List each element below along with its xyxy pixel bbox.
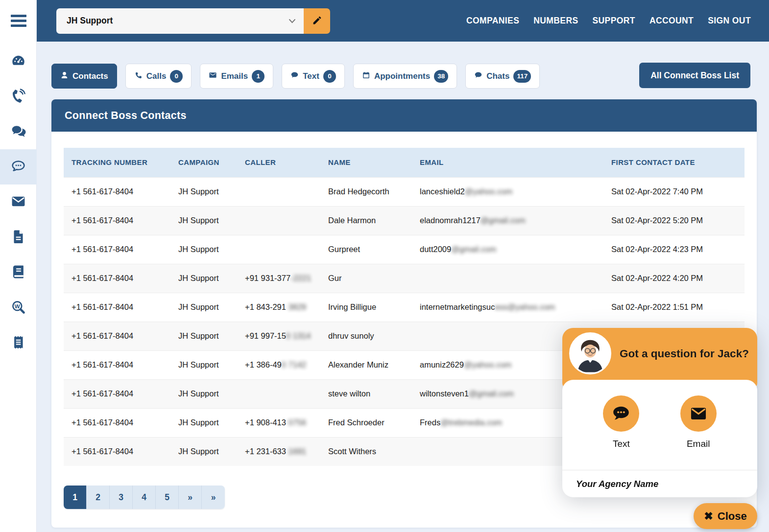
cell-name: Fred Schroeder	[320, 408, 412, 437]
column-header-campaign: CAMPAIGN	[170, 148, 237, 177]
sidebar-item-dashboard[interactable]	[0, 44, 37, 79]
email-action-label: Email	[687, 439, 710, 449]
sidebar-item-text-messages[interactable]	[0, 149, 37, 185]
cell-caller	[237, 235, 320, 264]
tabs-row: Contacts Calls 0 Emails 1 Text 0 Appoint…	[51, 64, 540, 89]
nav-link-support[interactable]: SUPPORT	[593, 16, 635, 26]
redacted-email-part: @trebmedia.com	[440, 418, 502, 427]
cell-email: internetmarketingsucess@yahoo.com	[412, 293, 603, 322]
count-badge: 117	[513, 70, 531, 83]
cell-tracking-number: +1 561-617-8404	[64, 379, 170, 408]
pagination-page[interactable]: 1	[64, 486, 87, 509]
cell-caller: +1 231-633 1691	[237, 437, 320, 466]
cell-campaign: JH Support	[170, 264, 237, 293]
file-icon	[11, 229, 26, 246]
tab-label: Emails	[221, 71, 248, 81]
cell-tracking-number: +1 561-617-8404	[64, 350, 170, 379]
redacted-email-part: @gmail.com	[469, 389, 514, 398]
cell-campaign: JH Support	[170, 437, 237, 466]
pagination-page[interactable]: 4	[133, 486, 156, 509]
cell-campaign: JH Support	[170, 350, 237, 379]
tab-text[interactable]: Text 0	[282, 64, 345, 89]
tab-label: Text	[303, 71, 319, 81]
redacted-caller-digits: 1691	[286, 447, 306, 456]
chat-widget-body: Text Email Your Agency Name	[562, 380, 757, 497]
table-header-row: TRACKING NUMBER CAMPAIGN CALLER NAME EMA…	[64, 148, 745, 177]
cell-caller: +91 931-377-2221	[237, 264, 320, 293]
cell-caller	[237, 379, 320, 408]
sidebar-item-billing[interactable]	[0, 325, 37, 361]
cell-tracking-number: +1 561-617-8404	[64, 293, 170, 322]
count-badge: 1	[252, 70, 264, 83]
envelope-icon	[11, 194, 26, 211]
cell-tracking-number: +1 561-617-8404	[64, 437, 170, 466]
count-badge: 38	[434, 70, 448, 83]
chat-widget-email-action[interactable]: Email	[680, 395, 717, 449]
tab-contacts[interactable]: Contacts	[51, 64, 117, 89]
column-header-name: NAME	[320, 148, 412, 177]
cell-tracking-number: +1 561-617-8404	[64, 206, 170, 235]
redacted-email-part: @gmail.com	[451, 245, 496, 254]
redacted-email-part: @gmail.com	[481, 216, 526, 225]
cell-first-contact-date: Sat 02-Apr-2022 5:20 PM	[603, 206, 745, 235]
tab-emails[interactable]: Emails 1	[200, 64, 273, 89]
chevron-down-icon	[288, 17, 296, 25]
sidebar-item-calls[interactable]	[0, 79, 37, 114]
cell-campaign: JH Support	[170, 293, 237, 322]
column-header-caller: CALLER	[237, 148, 320, 177]
nav-link-companies[interactable]: COMPANIES	[466, 16, 519, 26]
nav-link-account[interactable]: ACCOUNT	[649, 16, 694, 26]
sidebar-item-email[interactable]	[0, 185, 37, 220]
redacted-caller-digits: 0 1314	[286, 331, 311, 340]
menu-icon[interactable]	[0, 0, 37, 42]
redacted-email-part: @yahoo.com	[465, 187, 512, 196]
sidebar-item-keyword-search[interactable]: W	[0, 290, 37, 325]
agency-name: Your Agency Name	[562, 470, 757, 497]
cell-name: Dale Harmon	[320, 206, 412, 235]
tab-chats[interactable]: Chats 117	[465, 64, 540, 89]
tab-label: Appointments	[374, 71, 430, 81]
cell-name: dhruv sunoly	[320, 322, 412, 350]
pagination-page[interactable]: »	[202, 486, 225, 509]
envelope-icon	[209, 71, 217, 82]
chat-widget-text-action[interactable]: Text	[603, 395, 639, 449]
book-icon	[11, 264, 26, 281]
cell-campaign: JH Support	[170, 235, 237, 264]
cell-tracking-number: +1 561-617-8404	[64, 177, 170, 206]
top-nav-links: COMPANIES NUMBERS SUPPORT ACCOUNT SIGN O…	[466, 16, 751, 26]
cell-email: lanceshield2@yahoo.com	[412, 177, 603, 206]
nav-link-sign-out[interactable]: SIGN OUT	[708, 16, 751, 26]
cell-campaign: JH Support	[170, 408, 237, 437]
cell-first-contact-date: Sat 02-Apr-2022 1:51 PM	[603, 293, 745, 322]
tab-calls[interactable]: Calls 0	[125, 64, 192, 89]
tab-label: Chats	[486, 71, 509, 81]
cell-email: dutt2009@gmail.com	[412, 235, 603, 264]
cell-campaign: JH Support	[170, 322, 237, 350]
sidebar-item-chats[interactable]	[0, 114, 37, 149]
redacted-caller-digits: -2221	[290, 274, 311, 282]
phone-icon	[134, 71, 143, 82]
sidebar-item-documents[interactable]	[0, 220, 37, 255]
cell-campaign: JH Support	[170, 379, 237, 408]
pagination-page[interactable]: 2	[87, 486, 110, 509]
pagination-page[interactable]: 5	[156, 486, 179, 509]
tab-appointments[interactable]: Appointments 38	[353, 64, 457, 89]
edit-company-button[interactable]	[304, 8, 330, 34]
column-header-email: EMAIL	[412, 148, 603, 177]
all-connect-boss-list-button[interactable]: All Connect Boss List	[639, 63, 750, 88]
close-widget-button[interactable]: ✖ Close	[694, 503, 757, 529]
company-selector-dropdown[interactable]: JH Support	[56, 8, 304, 34]
cell-tracking-number: +1 561-617-8404	[64, 408, 170, 437]
cell-caller	[237, 177, 320, 206]
cell-email	[412, 264, 603, 293]
sidebar-item-contacts-book[interactable]	[0, 255, 37, 290]
table-row: +1 561-617-8404 JH Support Brad Hedgecor…	[64, 177, 745, 206]
nav-link-numbers[interactable]: NUMBERS	[533, 16, 578, 26]
cell-campaign: JH Support	[170, 206, 237, 235]
cell-caller	[237, 206, 320, 235]
panel-header: Connect Boss Contacts	[51, 99, 757, 132]
cell-caller: +1 908-413 0756	[237, 408, 320, 437]
cell-caller: +1 843-291 3829	[237, 293, 320, 322]
pagination-page[interactable]: »	[179, 486, 202, 509]
pagination-page[interactable]: 3	[110, 486, 133, 509]
